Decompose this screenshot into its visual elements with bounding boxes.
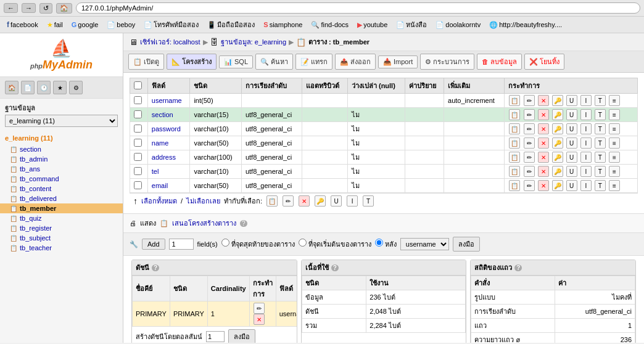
create-index-count[interactable] [206,331,225,342]
row-extra-btn-0[interactable]: ≡ [609,95,620,106]
row-ft-btn-3[interactable]: T [595,137,606,149]
row-actions-6[interactable]: 📋 ✏ ✕ 🔑 U I T ≡ [505,179,638,193]
row-primary-btn-4[interactable]: 🔑 [552,152,563,163]
row-edit-btn-4[interactable]: ✏ [524,152,535,163]
row-index-btn-1[interactable]: I [580,109,592,120]
row-edit-btn-6[interactable]: ✏ [524,180,535,191]
after-radio[interactable] [375,239,383,247]
sidebar-item-tb_subject[interactable]: 📋tb_subject [0,233,123,243]
row-unique-btn-1[interactable]: U [566,109,577,120]
action-edit[interactable]: ✏ [283,195,294,207]
home-button[interactable]: 🏠 [56,3,72,14]
propose-link[interactable]: เสนอโครงสร้างตาราง [172,218,236,229]
action-delete[interactable]: ✕ [299,195,310,207]
reload-button[interactable]: ↺ [39,3,52,14]
row-extra-btn-2[interactable]: ≡ [609,123,620,134]
row-unique-btn-6[interactable]: U [566,180,577,191]
row-checkbox-2[interactable] [134,125,142,133]
select-all-checkbox[interactable] [134,81,142,89]
sidebar-item-tb_ans[interactable]: 📋tb_ans [0,164,123,174]
sidebar-item-tb_teacher[interactable]: 📋tb_teacher [0,243,123,253]
row-edit-btn-1[interactable]: ✏ [524,109,535,120]
bookmark-siamphone[interactable]: S siamphone [260,20,305,29]
start-of-table-radio[interactable] [299,239,307,247]
row-check-6[interactable] [130,179,148,193]
toolbar-drop-btn[interactable]: ❌ โยนทิ้ง [524,54,564,70]
toolbar-sql-btn[interactable]: 📊 SQL [219,55,253,68]
sidebar-item-tb_admin[interactable]: 📋tb_admin [0,154,123,164]
bookmark-books[interactable]: 📄 หนังสือ [393,18,430,31]
row-index-btn-0[interactable]: I [580,95,592,106]
sidebar-item-tb_command[interactable]: 📋tb_command [0,174,123,184]
bookmark-facebook[interactable]: f facebook [4,20,41,30]
toolbar-view-btn[interactable]: 📋 เปิดดู [128,54,164,70]
space-help-icon[interactable]: ? [331,264,339,271]
row-check-3[interactable] [130,136,148,150]
db-select[interactable]: e_learning (11) [5,115,118,127]
row-ft-btn-5[interactable]: T [595,166,606,177]
row-index-btn-6[interactable]: I [580,180,592,191]
row-index-btn-4[interactable]: I [580,152,592,163]
toolbar-search-btn[interactable]: 🔍 ค้นหา [255,54,293,70]
toolbar-structure-btn[interactable]: 📐 โครงสร้าง [167,54,217,70]
address-bar[interactable]: 127.0.0.1/phpMyAdmin/ [76,2,640,14]
row-ft-btn-1[interactable]: T [595,109,606,120]
row-edit-btn-5[interactable]: ✏ [524,166,535,177]
action-primary[interactable]: 🔑 [315,195,326,207]
db-tree-header[interactable]: e_learning (11) [0,132,123,144]
sidebar-recent-btn[interactable]: 🕐 [37,81,51,94]
row-actions-1[interactable]: 📋 ✏ ✕ 🔑 U I T ≡ [505,108,638,122]
row-actions-4[interactable]: 📋 ✏ ✕ 🔑 U I T ≡ [505,150,638,165]
row-unique-btn-5[interactable]: U [566,166,577,177]
bookmark-beautyfreshy[interactable]: 🌐 http://beautyfreshy.... [486,20,565,30]
row-checkbox-0[interactable] [134,96,142,104]
row-actions-3[interactable]: 📋 ✏ ✕ 🔑 U I T ≡ [505,136,638,150]
row-edit-btn-3[interactable]: ✏ [524,137,535,149]
row-ft-btn-6[interactable]: T [595,180,606,191]
row-index-btn-3[interactable]: I [580,137,592,149]
row-delete-btn-2[interactable]: ✕ [538,123,549,134]
indexes-help-icon[interactable]: ? [152,264,159,271]
row-ft-btn-4[interactable]: T [595,152,606,163]
row-checkbox-3[interactable] [134,139,142,147]
bookmark-beboy[interactable]: 📄 beboy [104,20,138,30]
end-of-table-radio[interactable] [221,239,229,247]
row-actions-2[interactable]: 📋 ✏ ✕ 🔑 U I T ≡ [505,122,638,136]
row-extra-btn-5[interactable]: ≡ [609,166,620,177]
row-check-0[interactable] [130,94,148,108]
row-ft-btn-2[interactable]: T [595,123,606,134]
row-extra-btn-3[interactable]: ≡ [609,137,620,149]
row-delete-btn-5[interactable]: ✕ [538,166,549,177]
create-index-btn[interactable]: ลงมือ [228,329,255,343]
forward-button[interactable]: → [22,3,36,13]
bookmark-fail[interactable]: ★ fail [44,20,66,30]
row-delete-btn-1[interactable]: ✕ [538,109,549,120]
sidebar-item-tb_quiz[interactable]: 📋tb_quiz [0,213,123,223]
sidebar-settings-btn[interactable]: ⚙ [69,81,83,94]
row-browse-btn-4[interactable]: 📋 [509,152,520,163]
action-index[interactable]: I [347,195,358,207]
sidebar-item-section[interactable]: 📋section [0,144,123,154]
after-field-select[interactable]: username [400,238,449,250]
action-browse[interactable]: 📋 [266,195,278,207]
row-browse-btn-3[interactable]: 📋 [509,137,520,149]
bookmark-youtube[interactable]: ▶ youtube [354,20,390,30]
sidebar-item-tb_content[interactable]: 📋tb_content [0,184,123,194]
db-link[interactable]: ฐานข้อมูล: e_learning [221,36,287,47]
row-primary-btn-0[interactable]: 🔑 [552,95,563,106]
sidebar-bookmark-btn[interactable]: ★ [53,81,67,94]
row-primary-btn-3[interactable]: 🔑 [552,137,563,149]
field-count-input[interactable] [169,239,194,250]
bookmark-doolakorntv[interactable]: 📄 doolakorntv [432,20,484,30]
row-unique-btn-3[interactable]: U [566,137,577,149]
row-delete-btn-3[interactable]: ✕ [538,137,549,149]
row-primary-btn-5[interactable]: 🔑 [552,166,563,177]
row-extra-btn-4[interactable]: ≡ [609,152,620,163]
row-browse-btn-0[interactable]: 📋 [509,95,520,106]
row-ft-btn-0[interactable]: T [595,95,606,106]
row-checkbox-1[interactable] [134,110,142,118]
row-primary-btn-1[interactable]: 🔑 [552,109,563,120]
row-delete-btn-6[interactable]: ✕ [538,180,549,191]
bookmark-phone-used[interactable]: 📄 โทรศัพท์มือสอง [141,18,202,31]
row-extra-btn-6[interactable]: ≡ [609,180,620,191]
